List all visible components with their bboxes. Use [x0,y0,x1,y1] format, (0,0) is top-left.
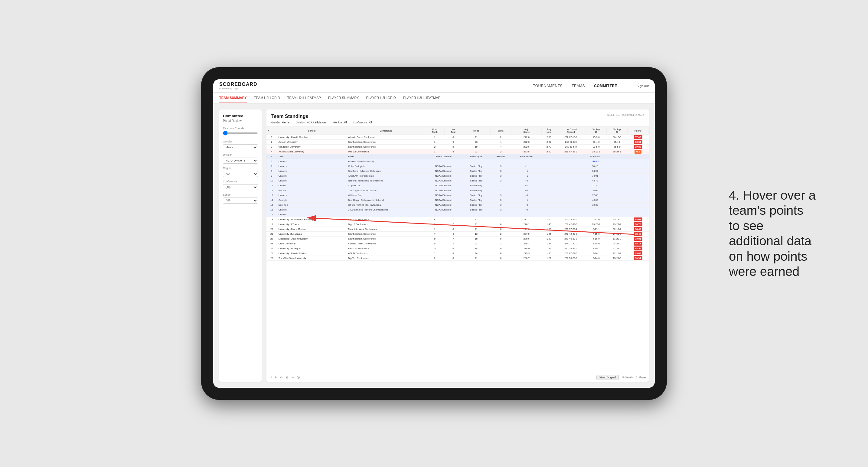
report-filters: Gender: Men's Division: NCAA Division I … [271,121,372,124]
subnav-player-h2h-grid[interactable]: PLAYER H2H GRID [366,93,396,103]
cell-avg-low: 2.82 [542,140,556,145]
cell-vs50: 58-24-1 [607,149,627,154]
main-content: Committee Portal Review Minimum Rounds 0… [213,103,655,388]
table-row[interactable]: 3 Vanderbilt University Southeastern Con… [267,145,649,149]
sub-col-event: Event [347,154,425,159]
nav-separator: | [626,83,627,89]
school-select[interactable]: (All) [223,197,258,204]
table-row[interactable]: 25University of North FloridaASUN Confer… [267,251,649,256]
cell-rnds: 21 [462,149,490,154]
table-row[interactable]: 21University of AlabamaSoutheastern Conf… [267,232,649,237]
cell-conference: Southeastern Conference [347,145,425,149]
toolbar-redo[interactable]: ↻ [275,376,277,379]
toolbar-refresh[interactable]: ⟳ [280,376,283,379]
toolbar-more[interactable]: ⋯ [291,376,294,379]
cell-rank: 2 [267,140,277,145]
cell-points[interactable]: 83.81 [627,237,649,241]
sidebar-title: Committee [223,114,258,118]
table-row-highlighted[interactable]: 4 Arizona State University Pac-12 Confer… [267,149,649,154]
sub-col-team: Team [277,154,347,159]
logo-area: SCOREBOARD Powered by clippi [219,82,257,90]
cell-conference: Atlantic Coast Conference [347,135,425,140]
cell-conf-rank: 1 [425,149,444,154]
logo-powered: Powered by clippi [219,87,257,90]
report-panel: Team Standings Gender: Men's Division: N… [267,110,649,382]
cell-points[interactable]: 80.94 [627,256,649,261]
sidebar-label-gender: Gender [223,140,258,143]
table-row[interactable]: 23Duke UniversityAtlantic Coast Conferen… [267,241,649,246]
subnav-player-summary[interactable]: PLAYER SUMMARY [328,93,359,103]
table-row[interactable]: 19University of TexasBig 12 Conference37… [267,222,649,227]
watch-icon: 👁 [622,376,624,379]
cell-points[interactable]: 88.71 [627,241,649,246]
col-rnds: Rnds [462,127,490,135]
cell-adj: 272.3 [512,140,542,145]
table-row[interactable]: 18University of California, BerkeleyPac-… [267,217,649,222]
cell-school: Vanderbilt University [277,145,347,149]
cell-points[interactable]: 78.5 [627,149,649,154]
cell-rank: 4 [267,149,277,154]
cell-adj: 273.5 [512,149,542,154]
report-title: Team Standings [271,114,372,119]
col-rank: # [267,127,277,135]
nav-committee[interactable]: COMMITTEE [594,84,617,88]
cell-points[interactable]: 83.89 [627,251,649,256]
cell-points[interactable]: 93.31 [627,140,649,145]
min-rounds-slider-container: 0 [223,131,258,137]
subnav-player-h2h-heatmap[interactable]: PLAYER H2H HEATMAP [403,93,440,103]
sidebar-label-region: Region [223,167,258,170]
toolbar-undo[interactable]: ↺ [270,376,272,379]
share-button[interactable]: ⤴ Share [636,376,646,379]
cell-points[interactable]: 97.02 [627,135,649,140]
nav-tournaments[interactable]: TOURNAMENTS [533,84,562,88]
cell-rnds: 23 [462,140,490,145]
table-row[interactable]: 1 University of North Carolina Atlantic … [267,135,649,140]
cell-wins: 4 [490,145,512,149]
cell-vs50: 55-4-0 [607,140,627,145]
sub-row: 11UniversCopper CupNCAA Division IMatch … [267,183,649,188]
table-row[interactable]: 20University of New MexicoMountain West … [267,227,649,232]
table-row[interactable]: 22Mississippi State UniversitySoutheaste… [267,237,649,241]
top-nav: SCOREBOARD Powered by clippi TOURNAMENTS… [213,79,655,93]
filter-division: Division: NCAA Division I [296,121,327,124]
table-row[interactable]: 26The Ohio State UniversityBig Ten Confe… [267,256,649,261]
sub-row: 12Florida IThe Cypress Point ClassicNCAA… [267,188,649,193]
col-adj-score: Adj.Score [512,127,542,135]
sign-out[interactable]: Sign out [637,84,649,88]
min-rounds-slider[interactable] [223,132,258,134]
toolbar-copy[interactable]: ⊞ [286,376,288,379]
logo-text: SCOREBOARD [219,82,257,87]
col-school: School [277,127,347,135]
subnav-team-h2h-heatmap[interactable]: TEAM H2H HEATMAP [287,93,321,103]
region-select[interactable]: N/A All [223,171,258,177]
cell-points[interactable]: 90.30 [627,145,649,149]
subnav-team-summary[interactable]: TEAM SUMMARY [219,93,247,103]
cell-vs50: 50-10-0 [607,135,627,140]
cell-school: University of North Carolina [277,135,347,140]
toolbar-right: View: Original 👁 Watch ⤴ Share [596,375,646,380]
cell-points[interactable]: 88.48 [627,232,649,237]
table-row[interactable]: 2 Auburn University Southeastern Confere… [267,140,649,145]
gender-select[interactable]: Men's Women's [223,144,258,150]
toolbar-info[interactable]: ⓘ [297,376,300,380]
filter-region: Region: All [333,121,347,124]
nav-teams[interactable]: TEAMS [571,84,585,88]
conference-select[interactable]: (All) [223,184,258,190]
report-table-container[interactable]: # School Conference ConfRank NoTour Rnds… [267,127,649,373]
cell-adj: 272.0 [512,135,542,140]
division-select[interactable]: NCAA Division I NCAA Division II [223,158,258,164]
sub-row: 13UniversWilliams CupNCAA Division IStro… [267,193,649,198]
cell-points[interactable]: 88.70 [627,222,649,227]
table-row[interactable]: 24University of OregonPac-12 Conference5… [267,246,649,251]
subnav-team-h2h-grid[interactable]: TEAM H2H GRID [254,93,280,103]
view-badge[interactable]: View: Original [596,375,619,380]
cell-points[interactable]: 88.49 [627,227,649,232]
cell-vs50: 65-5-0 [607,145,627,149]
cell-school: Arizona State University [277,149,347,154]
cell-low-overall: 265 87-25-1 [556,149,586,154]
tablet-frame: SCOREBOARD Powered by clippi TOURNAMENTS… [201,67,667,400]
cell-conf-rank: 2 [425,145,444,149]
watch-button[interactable]: 👁 Watch [622,376,633,379]
cell-points[interactable]: 88.54 [627,246,649,251]
cell-points[interactable]: 88.07 [627,217,649,222]
